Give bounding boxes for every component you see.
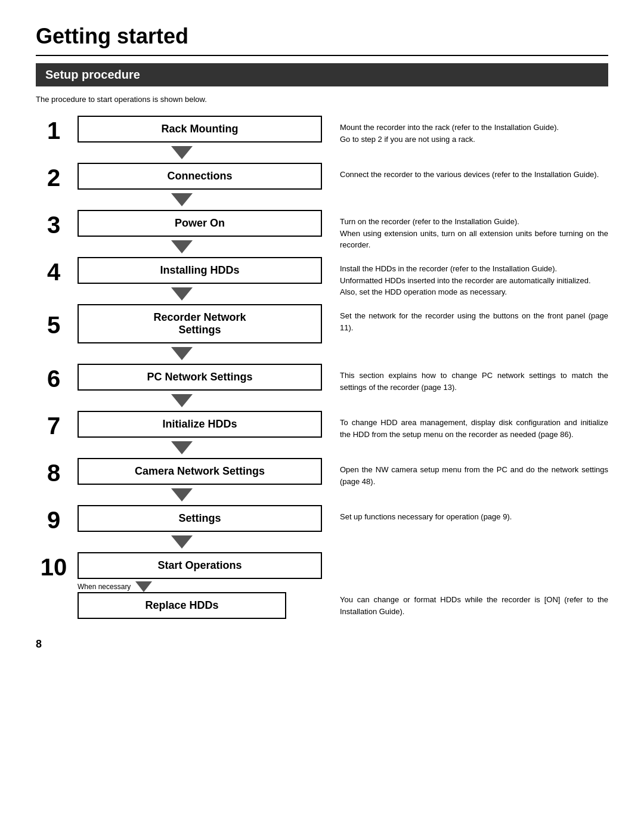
step-row-7: 7 Initialize HDDs To change HDD area man… <box>36 411 608 458</box>
step-box-10: Start Operations <box>78 552 322 579</box>
step-desc-2: Connect the recorder to the various devi… <box>322 163 608 181</box>
step-number-box-2: 2 Connections <box>36 163 322 190</box>
section-header: Setup procedure <box>36 63 608 86</box>
step-number-box-3: 3 Power On <box>36 210 322 237</box>
arrow-5 <box>36 345 322 363</box>
page-number: 8 <box>36 638 608 651</box>
step-number-5: 5 <box>36 311 72 337</box>
arrow-3 <box>36 238 322 256</box>
when-necessary-row: When necessary <box>36 581 322 592</box>
step-number-1: 1 <box>36 116 72 143</box>
step-box-2: Connections <box>78 163 322 190</box>
step-row-9: 9 Settings Set up functions necessary fo… <box>36 505 608 552</box>
step-left-4: 4 Installing HDDs <box>36 257 322 304</box>
step-number-box-8: 8 Camera Network Settings <box>36 458 322 485</box>
step-box-5: Recorder NetworkSettings <box>78 304 322 343</box>
step-left-1: 1 Rack Mounting <box>36 116 322 163</box>
arrow-down-8 <box>171 488 193 501</box>
step-left-6: 6 PC Network Settings <box>36 364 322 411</box>
step-box-3: Power On <box>78 210 322 237</box>
arrow-replace: Replace HDDs <box>36 592 322 619</box>
step-row-6: 6 PC Network Settings This section expla… <box>36 364 608 411</box>
arrow-4 <box>36 285 322 303</box>
step-desc-5: Set the network for the recorder using t… <box>322 304 608 333</box>
step-desc-7: To change HDD area management, display d… <box>322 411 608 440</box>
arrow-down-1 <box>171 146 193 159</box>
when-necessary-label: When necessary <box>78 583 131 591</box>
step-box-replace: Replace HDDs <box>78 592 286 619</box>
step-number-box-7: 7 Initialize HDDs <box>36 411 322 438</box>
step-number-3: 3 <box>36 210 72 237</box>
arrow-down-6 <box>171 394 193 407</box>
step-row-2: 2 Connections Connect the recorder to th… <box>36 163 608 210</box>
arrow-8 <box>36 486 322 504</box>
step-row-8: 8 Camera Network Settings Open the NW ca… <box>36 458 608 505</box>
step-number-9: 9 <box>36 506 72 532</box>
step-number-box-4: 4 Installing HDDs <box>36 257 322 284</box>
step-number-8: 8 <box>36 459 72 485</box>
arrow-1 <box>36 144 322 162</box>
step-left-3: 3 Power On <box>36 210 322 257</box>
step-box-9: Settings <box>78 505 322 532</box>
step-desc-9: Set up functions necessary for operation… <box>322 505 608 523</box>
step-left-7: 7 Initialize HDDs <box>36 411 322 458</box>
intro-text: The procedure to start operations is sho… <box>36 95 608 104</box>
page-title: Getting started <box>36 24 608 56</box>
step-number-10: 10 <box>36 553 72 579</box>
step-box-4: Installing HDDs <box>78 257 322 284</box>
step-box-1: Rack Mounting <box>78 116 322 143</box>
steps-container: 1 Rack Mounting Mount the recorder into … <box>36 116 608 620</box>
step-number-box-6: 6 PC Network Settings <box>36 364 322 391</box>
step-left-2: 2 Connections <box>36 163 322 210</box>
arrow-2 <box>36 191 322 209</box>
step-number-box-10: 10 Start Operations <box>36 552 322 579</box>
step-number-2: 2 <box>36 163 72 190</box>
arrow-down-7 <box>171 441 193 454</box>
step-row-3: 3 Power On Turn on the recorder (refer t… <box>36 210 608 257</box>
arrow-7 <box>36 439 322 457</box>
arrow-down-5 <box>171 347 193 360</box>
step-left-9: 9 Settings <box>36 505 322 552</box>
step-number-7: 7 <box>36 411 72 438</box>
arrow-down-4 <box>171 287 193 301</box>
step-desc-8: Open the NW camera setup menu from the P… <box>322 458 608 487</box>
arrow-down-9 <box>171 535 193 549</box>
step-desc-6: This section explains how to change PC n… <box>322 364 608 393</box>
step-row-10: 10 Start Operations When necessary Repla… <box>36 552 608 620</box>
step-row-4: 4 Installing HDDs Install the HDDs in th… <box>36 257 608 304</box>
step-box-7: Initialize HDDs <box>78 411 322 438</box>
step-left-5: 5 Recorder NetworkSettings <box>36 304 322 364</box>
step-number-6: 6 <box>36 364 72 391</box>
step-row-5: 5 Recorder NetworkSettings Set the netwo… <box>36 304 608 364</box>
arrow-9 <box>36 533 322 551</box>
step-desc-1: Mount the recorder into the rack (refer … <box>322 116 608 145</box>
step-number-4: 4 <box>36 258 72 284</box>
arrow-down-3 <box>171 240 193 253</box>
step-row-1: 1 Rack Mounting Mount the recorder into … <box>36 116 608 163</box>
step-number-box-5: 5 Recorder NetworkSettings <box>36 304 322 343</box>
arrow-down-2 <box>171 193 193 206</box>
step-box-6: PC Network Settings <box>78 364 322 391</box>
step-number-box-1: 1 Rack Mounting <box>36 116 322 143</box>
step-desc-3: Turn on the recorder (refer to the Insta… <box>322 210 608 251</box>
arrow-6 <box>36 392 322 410</box>
step-box-8: Camera Network Settings <box>78 458 322 485</box>
step-desc-replace: You can change or format HDDs while the … <box>322 588 608 617</box>
arrow-when-necessary <box>135 581 152 592</box>
step-left-10: 10 Start Operations When necessary Repla… <box>36 552 322 620</box>
step-left-8: 8 Camera Network Settings <box>36 458 322 505</box>
step-desc-4: Install the HDDs in the recorder (refer … <box>322 257 608 298</box>
step-number-box-9: 9 Settings <box>36 505 322 532</box>
